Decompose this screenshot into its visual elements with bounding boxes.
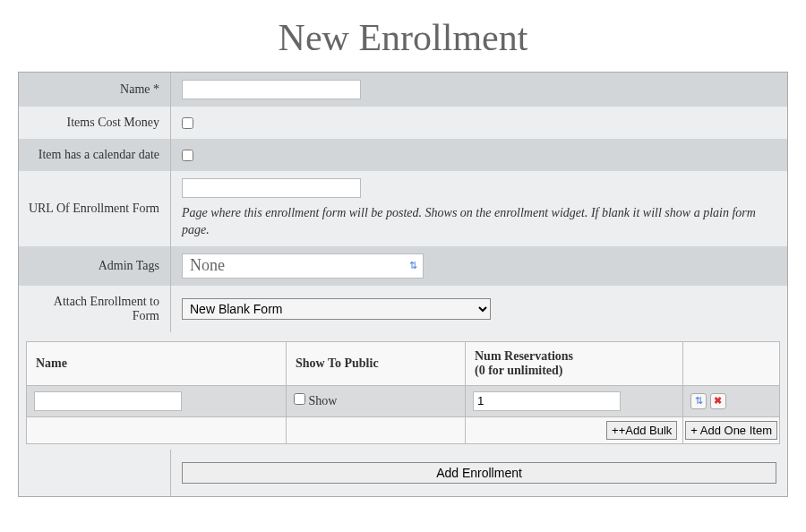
row-submit: Add Enrollment bbox=[19, 450, 787, 496]
col-show: Show To Public bbox=[287, 341, 466, 385]
item-name-input[interactable] bbox=[34, 391, 182, 411]
items-table: Name Show To Public Num Reservations (0 … bbox=[26, 341, 780, 444]
label-calendar-date: Item has a calendar date bbox=[19, 139, 171, 171]
calendar-date-checkbox[interactable] bbox=[182, 150, 193, 161]
reservations-input[interactable] bbox=[473, 391, 621, 411]
label-name: Name * bbox=[19, 73, 171, 107]
table-row: Show ⇅ ✖ bbox=[27, 385, 780, 416]
label-url: URL Of Enrollment Form bbox=[19, 171, 171, 246]
name-input[interactable] bbox=[182, 80, 361, 99]
label-submit bbox=[19, 450, 171, 496]
col-name: Name bbox=[27, 341, 287, 385]
show-label-text: Show bbox=[309, 394, 338, 408]
cost-money-checkbox[interactable] bbox=[182, 117, 193, 129]
row-url: URL Of Enrollment Form Page where this e… bbox=[19, 171, 787, 246]
url-input[interactable] bbox=[182, 178, 361, 198]
updown-icon: ⇅ bbox=[409, 261, 417, 270]
bulk-actions-row: ++Add Bulk + Add One Item bbox=[27, 416, 780, 443]
admin-tags-value: None bbox=[190, 256, 225, 275]
attach-form-select[interactable]: New Blank Form bbox=[182, 298, 491, 320]
page-title: New Enrollment bbox=[0, 0, 806, 72]
add-enrollment-button[interactable]: Add Enrollment bbox=[182, 462, 776, 484]
show-checkbox[interactable] bbox=[294, 393, 305, 405]
row-attach-form: Attach Enrollment to Form New Blank Form bbox=[19, 286, 787, 332]
add-bulk-button[interactable]: ++Add Bulk bbox=[606, 421, 677, 440]
label-admin-tags: Admin Tags bbox=[19, 246, 171, 286]
show-label-wrapper[interactable]: Show bbox=[294, 394, 337, 408]
row-calendar-date: Item has a calendar date bbox=[19, 139, 787, 171]
add-one-item-button[interactable]: + Add One Item bbox=[685, 421, 777, 440]
row-name: Name * bbox=[19, 73, 787, 107]
admin-tags-select[interactable]: None ⇅ bbox=[182, 253, 424, 279]
delete-icon[interactable]: ✖ bbox=[710, 393, 726, 409]
label-attach-form: Attach Enrollment to Form bbox=[19, 286, 171, 332]
sort-icon[interactable]: ⇅ bbox=[690, 393, 707, 409]
col-actions bbox=[683, 341, 780, 385]
url-help-text: Page where this enrollment form will be … bbox=[182, 205, 776, 239]
label-cost-money: Items Cost Money bbox=[19, 107, 171, 139]
row-admin-tags: Admin Tags None ⇅ bbox=[19, 246, 787, 286]
items-section: Name Show To Public Num Reservations (0 … bbox=[19, 332, 787, 450]
enrollment-form: Name * Items Cost Money Item has a calen… bbox=[18, 72, 788, 497]
col-reservations: Num Reservations (0 for unlimited) bbox=[466, 341, 683, 385]
row-cost-money: Items Cost Money bbox=[19, 107, 787, 139]
